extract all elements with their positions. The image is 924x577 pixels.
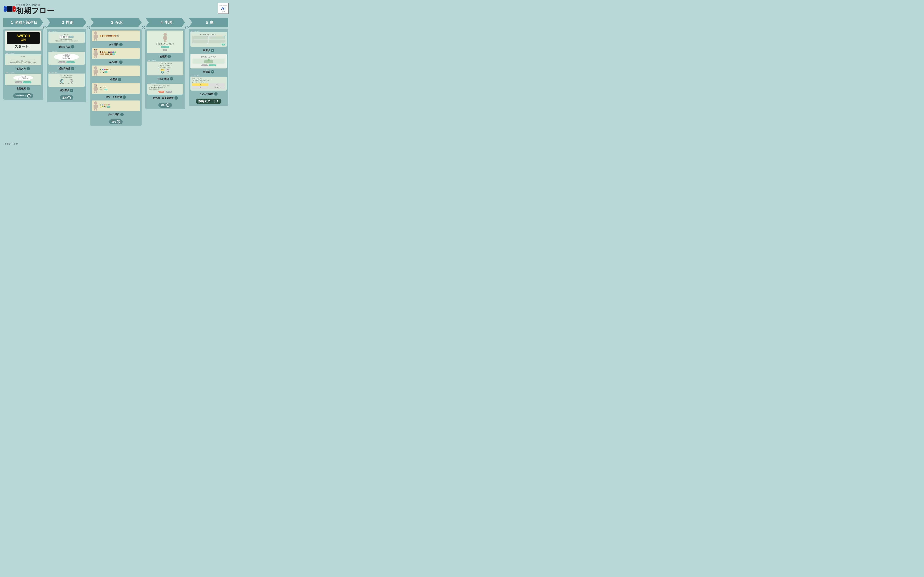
chevron-gender[interactable]: ›: [70, 89, 73, 92]
posture-back-btn[interactable]: 戻る: [163, 49, 167, 51]
redo-btn[interactable]: 入れ直す: [58, 61, 66, 63]
posture-ok-btn[interactable]: オッケー！: [161, 46, 169, 48]
north-btn[interactable]: 北半球: [158, 91, 164, 93]
step5-bottom-action[interactable]: 本編スタート！: [196, 98, 221, 104]
gender-boy[interactable]: おとこのこ: [58, 79, 65, 85]
final-question-content: さんが もし無人島にひとつだけ物を 持って行くとしたら・・・この中で、どれを選び…: [192, 77, 226, 90]
ok-btn-name[interactable]: オッケー！: [23, 81, 31, 84]
birthday-confirm-content: お誕生日は○月○日でよろしいですか？ 入れ直す オッケー！: [50, 52, 84, 64]
posture-confirm-card: この姿で よろしいですか？ オッケー！ 戻る: [147, 31, 183, 53]
step4-bottom-action[interactable]: 選択 ›: [158, 103, 172, 108]
step2-bottom-action[interactable]: 選択 ›: [60, 95, 73, 100]
posture-label: 姿確認: [160, 55, 167, 58]
switch-screen: SWITCHON: [7, 32, 40, 44]
cheek-row1: [100, 104, 139, 106]
ai-text: Ai: [221, 6, 226, 11]
select-arrow-2: ›: [68, 96, 71, 100]
svg-rect-5: [7, 6, 12, 11]
chevron-hair[interactable]: ›: [119, 60, 123, 64]
gender-girl[interactable]: おんなのこ: [68, 79, 74, 85]
chevron-eye[interactable]: ›: [118, 78, 121, 81]
step-number-4: ４: [160, 21, 163, 25]
dialog-titlebar-island: たぬき開発: [190, 31, 227, 32]
chevron-bday-input[interactable]: ›: [71, 45, 74, 48]
step-header-3: ３ かお: [90, 18, 142, 27]
svg-rect-14: [94, 35, 95, 38]
island-confirm-label: 島確認: [203, 70, 210, 73]
hair-char-row: 決定: [92, 49, 139, 58]
gender-dialog-content: どちらかを選んでね！※あとで変更もできます おとこのこ: [50, 74, 84, 86]
step-label-name-confirm: 名前確認 ›: [5, 87, 41, 91]
step3-bottom-action[interactable]: 決定 ›: [109, 119, 123, 124]
step1-bottom-action[interactable]: オッケー！ ›: [13, 93, 33, 98]
hemisphere-content: ・・・ということで、改めて うかがいます！今、春と北半球か、秋の南半球か、どちら…: [148, 84, 182, 93]
svg-point-26: [95, 68, 95, 68]
step-label-birthday-input: 誕生日入力 ›: [48, 45, 85, 49]
dialog-titlebar-name: たぬき開発: [5, 53, 41, 54]
chevron-island-confirm[interactable]: ›: [211, 70, 214, 74]
svg-point-34: [95, 85, 95, 86]
svg-point-19: [94, 49, 97, 52]
chevron-nose-mouth[interactable]: ›: [123, 95, 126, 99]
name-confirm-dialog: たぬき開発 ○○さんでよろしいですか？ 考え直す オッケー！: [5, 72, 41, 85]
chevron-posture[interactable]: ›: [168, 55, 171, 58]
reconsider-btn[interactable]: 考え直す: [15, 81, 22, 84]
chevron-hemisphere[interactable]: ›: [174, 96, 178, 100]
page-title: 初期フロー: [16, 6, 54, 15]
cheek-label: チーク選択: [108, 113, 119, 116]
chevron-cheek[interactable]: ›: [120, 113, 124, 116]
island-ok-btn[interactable]: オッケー！: [208, 64, 216, 66]
step-label-name-input: 名前入力 ›: [5, 66, 41, 71]
step-label-residence: 住まい選択 ›: [147, 77, 183, 81]
item-fishing[interactable]: 釣り: [209, 84, 225, 86]
svg-point-9: [14, 9, 15, 10]
start-label: スタート！: [7, 44, 40, 49]
chevron-name-confirm[interactable]: ›: [27, 87, 30, 90]
decide-arrow: ›: [117, 120, 120, 123]
item-nabe[interactable]: 鍋: [192, 84, 208, 86]
svg-point-10: [61, 80, 62, 81]
item-leisure[interactable]: ヒマつぶし: [209, 86, 225, 89]
dialog-titlebar-res: たぬき開発: [147, 60, 183, 61]
hair-options-group: 決定: [100, 52, 139, 55]
island-select-label: 移住先の島を 選んでください: [192, 34, 225, 35]
svg-point-42: [94, 103, 95, 104]
chevron-name-input[interactable]: ›: [27, 67, 30, 70]
step-label-text-2: 名前確認: [16, 87, 26, 90]
svg-rect-24: [96, 56, 97, 58]
svg-rect-15: [97, 35, 98, 38]
cheek-row2: 🌙 🍀 ✿ ♪ 決定: [100, 106, 139, 108]
island-confirm-card: この島で よろしいですか？ 選び直す オッケー！: [190, 54, 227, 68]
svg-point-27: [96, 68, 97, 68]
residence-content: ちなみに、今 ○○さんがお住まいの場所はどちらになりますか？ 日本 海外: [148, 62, 182, 74]
svg-rect-23: [94, 56, 95, 58]
south-btn[interactable]: 南半球: [166, 91, 172, 93]
cheek-char-row: 🌙 🍀 ✿ ♪ 決定: [92, 101, 139, 111]
name-oval: ○○さんでよろしいですか？: [13, 76, 33, 80]
chevron-final-question[interactable]: ›: [214, 92, 218, 96]
ok-btn-bday[interactable]: オッケー！: [66, 61, 75, 63]
chevron-bday-confirm[interactable]: ›: [71, 67, 74, 70]
step-label-cheek: チーク選択 ›: [92, 113, 140, 117]
island-redo-btn[interactable]: 選び直す: [202, 64, 208, 66]
step-label-face: かお選択 ›: [92, 43, 140, 47]
step-body-2: たぬき開発 お誕生日 1月 1日 決定 ※誕生日は変更できません。※通信で知らな…: [47, 29, 86, 102]
step-title-4: 半球: [164, 21, 172, 25]
step-title-3: かお: [115, 21, 123, 25]
eye-char-row: •—• ω ≖ ≧ 決定: [92, 66, 139, 76]
nose-mouth-card: ∪ ∩ ◡ ⌣ ‿ — ~ ‾ ˜ 決定: [92, 83, 140, 94]
item-bug[interactable]: 虫: [192, 86, 208, 89]
ok-arrow: ›: [27, 94, 31, 98]
chevron-island-select[interactable]: ›: [211, 49, 214, 52]
chevron-residence[interactable]: ›: [170, 77, 173, 81]
chevron-face[interactable]: ›: [119, 43, 123, 46]
decide-action-label: 決定: [112, 120, 116, 123]
char-silhouette-cheek: [92, 101, 99, 111]
select-action-label-4: 選択: [161, 104, 165, 106]
step-column-3: ３ かお: [90, 18, 142, 126]
step-column-5: ５ 島 たぬき開発 移住先の島を 選んでください ▶: [189, 18, 228, 106]
page-header: あつまれ どうぶつの森 初期フロー: [3, 3, 228, 15]
island-select-content: 移住先の島を 選んでください ▶: [192, 33, 226, 46]
svg-point-25: [94, 66, 97, 70]
final-question-dialog: たぬき開発 さんが もし無人島にひとつだけ物を 持って行くとしたら・・・この中で…: [190, 75, 227, 90]
